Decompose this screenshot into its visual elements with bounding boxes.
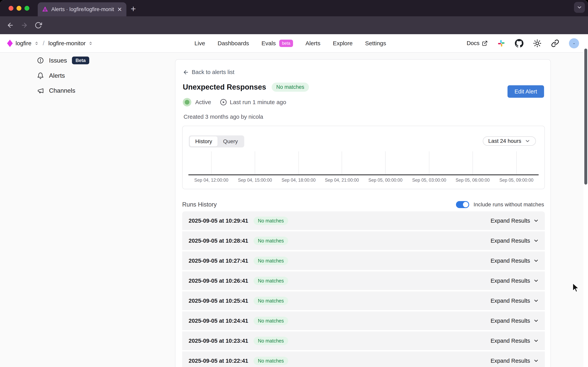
chart-tick-label: Sep 05, 00:00:00 [368,178,402,183]
run-timestamp: 2025-09-05 at 10:28:41 [189,238,248,244]
toggle-label: Include runs without matches [473,201,544,208]
sidebar-item-label: Channels [49,87,75,94]
sidebar-item-label: Issues [49,57,67,64]
chart-tick: Sep 04, 12:00:00 [211,151,212,175]
nav-links: Live Dashboards Evalsbeta Alerts Explore… [195,34,386,52]
browser-toolbar: logfire-us.pydantic.dev/logfire/logfire-… [0,16,588,34]
breadcrumb: logfire / logfire-monitor [7,34,93,52]
nav-link-settings[interactable]: Settings [365,40,386,47]
nav-link-live[interactable]: Live [195,40,205,47]
expand-results-button[interactable]: Expand Results [491,217,539,224]
chart-tick: Sep 04, 15:00:00 [255,151,255,175]
chart-tick-label: Sep 05, 03:00:00 [412,178,446,183]
browser-tab[interactable]: Alerts · logfire/logfire-monitor ✕ [38,2,126,16]
run-timestamp: 2025-09-05 at 10:27:41 [189,258,248,264]
tab-search-button[interactable] [574,2,585,13]
nav-link-evals[interactable]: Evalsbeta [262,40,293,47]
play-circle-icon [220,99,227,106]
sidebar: Issues Beta Alerts Channels [0,53,175,98]
minimize-window-button[interactable] [17,6,21,11]
issues-beta-badge: Beta [72,57,89,64]
chevron-down-icon [577,4,582,10]
run-row: 2025-09-05 at 10:25:41 No matches Expand… [182,292,545,310]
sidebar-item-issues[interactable]: Issues Beta [0,53,175,68]
run-row: 2025-09-05 at 10:29:41 No matches Expand… [182,211,545,230]
run-row: 2025-09-05 at 10:28:41 No matches Expand… [182,231,545,250]
run-row: 2025-09-05 at 10:22:41 No matches Expand… [182,351,545,367]
maximize-window-button[interactable] [25,6,29,11]
run-no-matches-badge: No matches [254,277,288,285]
expand-results-button[interactable]: Expand Results [491,278,539,284]
chevron-down-icon [533,358,539,364]
chart-gridline [211,151,212,175]
bell-icon [37,72,44,79]
chart-tick-label: Sep 05, 09:00:00 [499,178,533,183]
history-chart: Sep 04, 12:00:00 Sep 04, 15:00:00 Sep 04… [188,151,539,175]
expand-results-button[interactable]: Expand Results [491,338,539,344]
time-range-select[interactable]: Last 24 hours [483,136,536,146]
expand-results-button[interactable]: Expand Results [491,318,539,324]
theme-toggle-sun-icon[interactable] [533,39,541,47]
sidebar-item-channels[interactable]: Channels [0,83,175,98]
back-to-alerts-link[interactable]: Back to alerts list [183,69,234,75]
status-label: Active [195,99,211,106]
chart-tick: Sep 04, 18:00:00 [298,151,299,175]
chart-tick: Sep 04, 21:00:00 [342,151,342,175]
chart-tick-label: Sep 04, 15:00:00 [238,178,272,183]
alert-no-matches-badge: No matches [272,83,309,92]
expand-results-button[interactable]: Expand Results [491,238,539,244]
chart-tick-label: Sep 04, 18:00:00 [281,178,315,183]
logfire-logo-icon [7,40,13,47]
org-selector[interactable]: logfire [16,40,32,47]
tab-history[interactable]: History [190,136,218,147]
run-no-matches-badge: No matches [254,237,288,245]
close-window-button[interactable] [9,6,13,11]
issue-alert-icon [37,57,44,64]
forward-icon[interactable] [21,22,28,29]
share-link-icon[interactable] [551,39,559,47]
chart-gridline [472,151,473,175]
runs-history-heading: Runs History [182,201,217,208]
expand-results-button[interactable]: Expand Results [491,298,539,304]
tab-strip: Alerts · logfire/logfire-monitor ✕ + [0,0,588,16]
project-selector[interactable]: logfire-monitor [48,40,86,47]
github-icon[interactable] [515,39,523,48]
run-row: 2025-09-05 at 10:23:41 No matches Expand… [182,332,545,350]
scrollbar-thumb[interactable] [584,49,587,184]
tab-close-icon[interactable]: ✕ [117,6,122,13]
chevron-down-icon [525,138,530,144]
chart-tick: Sep 05, 09:00:00 [516,151,517,175]
run-no-matches-badge: No matches [254,217,288,225]
history-query-tabs: History Query [189,135,244,148]
run-timestamp: 2025-09-05 at 10:26:41 [189,278,248,284]
run-no-matches-badge: No matches [254,317,288,325]
browser-window: Alerts · logfire/logfire-monitor ✕ + log… [0,0,588,367]
expand-results-button[interactable]: Expand Results [491,358,539,364]
nav-link-explore[interactable]: Explore [333,40,353,47]
chart-tick: Sep 05, 06:00:00 [472,151,473,175]
reload-icon[interactable] [35,22,42,29]
tab-query[interactable]: Query [218,136,243,147]
run-row: 2025-09-05 at 10:27:41 No matches Expand… [182,251,545,270]
last-run-label: Last run 1 minute ago [230,99,286,106]
window-controls [9,6,29,11]
slack-icon[interactable] [497,39,505,47]
run-row: 2025-09-05 at 10:24:41 No matches Expand… [182,311,545,330]
run-timestamp: 2025-09-05 at 10:25:41 [189,298,248,304]
page-scrollbar[interactable] [583,34,588,367]
nav-link-dashboards[interactable]: Dashboards [218,40,249,47]
edit-alert-button[interactable]: Edit Alert [508,85,544,98]
nav-link-alerts[interactable]: Alerts [306,40,320,47]
back-icon[interactable] [7,22,14,29]
include-runs-toggle[interactable] [456,201,469,208]
selector-caret-icon[interactable] [88,41,93,46]
run-no-matches-badge: No matches [254,337,288,345]
expand-results-button[interactable]: Expand Results [491,258,539,264]
run-timestamp: 2025-09-05 at 10:22:41 [189,358,248,364]
tab-title: Alerts · logfire/logfire-monitor [51,6,114,12]
docs-link[interactable]: Docs [467,40,488,46]
new-tab-button[interactable]: + [131,4,136,13]
selector-caret-icon[interactable] [34,41,39,46]
sidebar-item-alerts[interactable]: Alerts [0,68,175,83]
user-avatar[interactable]: - [569,38,579,48]
